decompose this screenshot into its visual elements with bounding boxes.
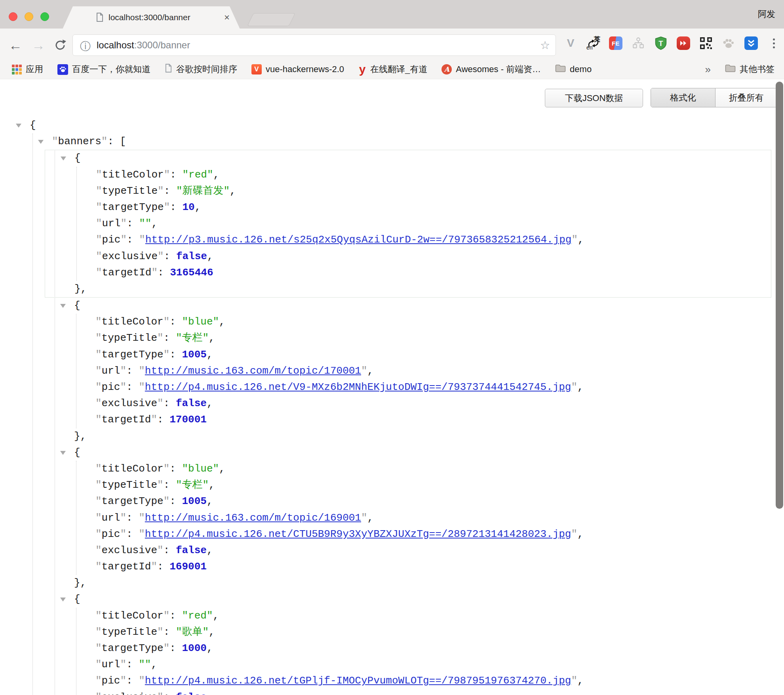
json-field: typeTitle: 专栏, xyxy=(95,330,771,346)
title-bar: localhost:3000/banner × 阿发 xyxy=(0,0,784,29)
tampermonkey-shield-icon[interactable]: T xyxy=(654,36,668,50)
refresh-icon[interactable] xyxy=(53,38,67,54)
toolbar: ← → ⓘ localhost:3000/banner ☆ V 英 en FE … xyxy=(0,29,784,61)
json-array-children: { titleColor: red, typeTitle: 新碟首发, targ… xyxy=(55,150,784,695)
vue-devtools-icon[interactable]: V xyxy=(564,36,577,50)
bookmark-other-folder[interactable]: 其他书签 xyxy=(725,63,774,75)
bookmark-baidu[interactable]: 百度一下，你就知道 xyxy=(57,63,150,75)
json-number-value: 10 xyxy=(182,201,194,213)
collapse-toggle-icon[interactable] xyxy=(60,451,66,455)
bookmark-awesomes[interactable]: A Awesomes - 前端资… xyxy=(441,63,541,75)
json-string-value: 专栏 xyxy=(176,332,209,344)
json-key: pic xyxy=(95,381,126,393)
page-content: 下载JSON数据 格式化 折叠所有 { banners: [ { titleCo… xyxy=(0,79,784,695)
bookmark-folder-demo[interactable]: demo xyxy=(555,64,592,75)
json-root-children: banners: [ { titleColor: red, typeTitle:… xyxy=(32,134,784,695)
download-json-button[interactable]: 下载JSON数据 xyxy=(545,89,643,107)
json-key: targetId xyxy=(96,267,158,279)
folder-icon xyxy=(725,64,736,75)
download-extension-icon[interactable] xyxy=(744,36,758,50)
back-icon[interactable]: ← xyxy=(9,37,22,53)
address-bar[interactable]: ⓘ localhost:3000/banner ☆ xyxy=(72,34,556,56)
fast-forward-extension-icon[interactable] xyxy=(677,36,690,50)
json-field: url: , xyxy=(96,216,771,232)
json-key: exclusive xyxy=(95,544,164,556)
json-string-value: red xyxy=(182,169,213,181)
json-key: targetId xyxy=(95,561,157,573)
json-field: url: , xyxy=(95,657,771,673)
bookmark-star-icon[interactable]: ☆ xyxy=(540,39,550,52)
new-tab-button[interactable] xyxy=(247,13,295,26)
tab-close-icon[interactable]: × xyxy=(224,12,230,23)
json-banners-line: banners: [ xyxy=(52,134,784,150)
json-key: targetId xyxy=(95,414,157,426)
json-field: pic: http://p4.music.126.net/CTU5B9R9y3X… xyxy=(95,526,771,542)
json-link-value[interactable]: http://music.163.com/m/topic/170001 xyxy=(145,365,361,377)
json-key: url xyxy=(95,365,126,377)
json-field: targetId: 3165446 xyxy=(96,265,771,281)
json-key: exclusive xyxy=(95,397,164,409)
close-window-button[interactable] xyxy=(9,12,17,21)
sitemap-extension-icon[interactable] xyxy=(632,36,645,50)
json-boolean-value: false xyxy=(176,250,207,262)
json-root-line: { xyxy=(0,117,784,134)
json-string-value: 新碟首发 xyxy=(176,185,230,197)
collapse-toggle-icon[interactable] xyxy=(16,124,21,128)
json-key: pic xyxy=(95,528,126,540)
json-boolean-value: false xyxy=(176,397,207,409)
json-field: titleColor: blue, xyxy=(95,461,771,477)
baidu-paw-icon xyxy=(57,64,68,75)
json-array-item: { titleColor: blue, typeTitle: 专栏, targe… xyxy=(45,298,771,445)
youdao-icon: y xyxy=(358,64,366,74)
json-key: url xyxy=(95,659,126,670)
forward-icon[interactable]: → xyxy=(32,37,45,53)
json-link-value[interactable]: http://music.163.com/m/topic/169001 xyxy=(145,512,361,524)
json-field: typeTitle: 专栏, xyxy=(95,477,771,493)
json-key: typeTitle xyxy=(96,185,164,197)
json-field: exclusive: false, xyxy=(95,395,771,412)
translate-extension-icon[interactable]: 英 en xyxy=(586,36,600,50)
maximize-window-button[interactable] xyxy=(40,12,49,21)
json-link-value[interactable]: http://p4.music.126.net/CTU5B9R9y3XyYBZX… xyxy=(145,528,571,540)
json-string-value: blue xyxy=(182,463,219,475)
bookmarks-overflow-icon[interactable]: » xyxy=(705,63,711,76)
format-button[interactable]: 格式化 xyxy=(651,88,715,107)
awesomes-icon: A xyxy=(441,64,452,74)
json-field: targetType: 10, xyxy=(96,199,771,216)
fe-extension-icon[interactable]: FE xyxy=(609,36,622,50)
json-link-value[interactable]: http://p4.music.126.net/V9-MXz6b2MNhEKju… xyxy=(145,381,571,393)
browser-menu-icon[interactable] xyxy=(767,36,780,50)
json-key: typeTitle xyxy=(95,626,164,638)
bookmark-vue-hackernews[interactable]: V vue-hackernews-2.0 xyxy=(251,64,344,74)
collapse-toggle-icon[interactable] xyxy=(38,140,44,144)
url-host: localhost xyxy=(97,40,134,50)
bookmark-google-sort[interactable]: 谷歌按时间排序 xyxy=(165,63,237,75)
json-number-value: 3165446 xyxy=(170,267,213,279)
collapse-toggle-icon[interactable] xyxy=(60,304,66,308)
json-viewer: { banners: [ { titleColor: red, typeTitl… xyxy=(0,117,784,695)
json-key: titleColor xyxy=(95,610,169,622)
json-key: url xyxy=(95,512,126,524)
collapse-all-button[interactable]: 折叠所有 xyxy=(715,88,777,107)
json-number-value: 1005 xyxy=(182,495,206,507)
bookmarks-bar: 应用 百度一下，你就知道 谷歌按时间排序 V vue-hackernews-2.… xyxy=(0,61,784,79)
bookmark-apps[interactable]: 应用 xyxy=(12,63,43,75)
collapse-toggle-icon[interactable] xyxy=(60,598,66,601)
json-field: exclusive: false, xyxy=(95,542,771,559)
json-string-value: blue xyxy=(182,316,219,328)
json-array-item: { titleColor: red, typeTitle: 歌单, target… xyxy=(45,591,771,695)
folder-icon xyxy=(555,64,566,75)
extension-icons: V 英 en FE T xyxy=(564,36,780,50)
json-link-value[interactable]: http://p3.music.126.net/s25q2x5QyqsAzilC… xyxy=(145,234,572,246)
site-info-icon[interactable]: ⓘ xyxy=(80,39,91,53)
qr-code-extension-icon[interactable] xyxy=(699,36,713,50)
url-text: localhost:3000/banner xyxy=(97,40,190,51)
minimize-window-button[interactable] xyxy=(25,12,33,21)
json-field: exclusive: false, xyxy=(95,689,771,695)
collapse-toggle-icon[interactable] xyxy=(61,157,66,160)
paw-extension-icon[interactable] xyxy=(722,36,735,50)
json-key: url xyxy=(96,218,127,229)
browser-tab[interactable]: localhost:3000/banner × xyxy=(63,6,240,29)
json-link-value[interactable]: http://p4.music.126.net/tGPljf-IMOCyPvum… xyxy=(145,675,571,687)
bookmark-youdao[interactable]: y 在线翻译_有道 xyxy=(358,63,427,75)
